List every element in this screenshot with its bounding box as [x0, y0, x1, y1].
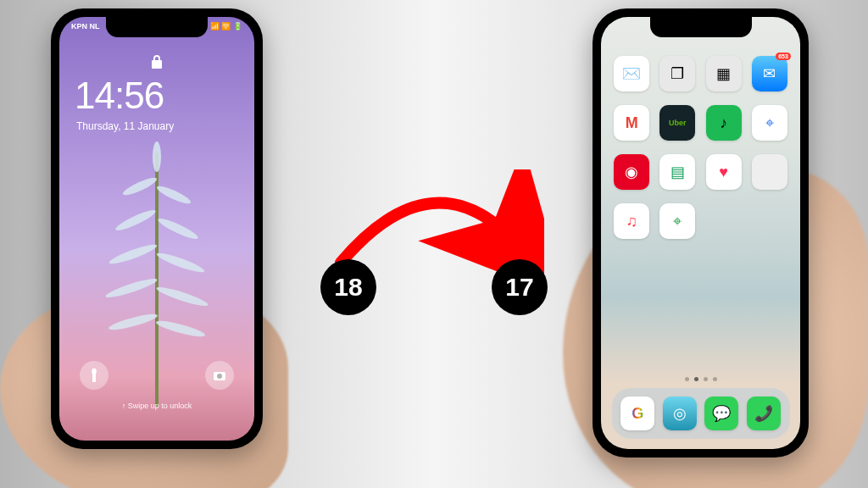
lockscreen: KPN NL 📶 🛜 🔋 14:56 Thursday, 11 January [59, 17, 254, 441]
version-from-badge: 18 [320, 259, 376, 315]
lock-icon [151, 54, 163, 73]
page-dot [685, 377, 689, 381]
svg-point-0 [121, 175, 159, 198]
svg-point-2 [114, 207, 157, 233]
svg-point-6 [104, 275, 159, 300]
status-icons: 📶 🛜 🔋 [210, 22, 242, 30]
page-dot-active [694, 377, 698, 381]
page-dots [685, 377, 717, 381]
app-maps[interactable]: ⌖ [752, 105, 787, 141]
app-spotify[interactable]: ♪ [706, 105, 742, 141]
notch [650, 17, 752, 37]
app-music[interactable]: ♫ [614, 203, 649, 239]
app-mail[interactable]: ✉️ [614, 56, 649, 92]
svg-point-12 [217, 374, 222, 379]
app-pinterest[interactable]: ◉ [614, 154, 649, 190]
carrier-label: KPN NL [71, 22, 100, 30]
svg-point-4 [108, 241, 159, 267]
page-dot [713, 377, 717, 381]
app-sheets[interactable]: ▤ [659, 154, 695, 190]
app-uber-eats[interactable]: Uber [659, 105, 695, 141]
version-to-badge: 17 [492, 259, 548, 315]
iphone-lockscreen: KPN NL 📶 🛜 🔋 14:56 Thursday, 11 January [51, 8, 263, 449]
mail-badge: 653 [776, 53, 791, 60]
svg-point-10 [153, 141, 161, 172]
dock-google[interactable]: G [620, 396, 654, 430]
app-blank[interactable] [752, 154, 787, 190]
dock-messages[interactable]: 💬 [704, 396, 738, 430]
app-google-maps[interactable]: ⌖ [659, 203, 695, 239]
camera-button[interactable] [205, 361, 234, 390]
svg-point-9 [155, 318, 207, 339]
app-folder[interactable]: ▦ [706, 56, 742, 92]
svg-point-3 [156, 215, 199, 241]
app-mail-2[interactable]: ✉653 [752, 56, 787, 92]
svg-point-5 [155, 250, 206, 275]
flashlight-button[interactable] [80, 361, 108, 390]
version-from-label: 18 [334, 273, 362, 302]
wallpaper-plant [97, 136, 216, 407]
notch [106, 17, 208, 37]
dock-safari[interactable]: ◎ [663, 396, 697, 430]
iphone-homescreen: ✉️ ❐ ▦ ✉653 M Uber ♪ ⌖ ◉ ▤ ♥ ♫ ⌖ G ◎ 💬 📞 [593, 8, 809, 458]
dock-phone[interactable]: 📞 [747, 396, 781, 430]
app-grid: ✉️ ❐ ▦ ✉653 M Uber ♪ ⌖ ◉ ▤ ♥ ♫ ⌖ [613, 56, 788, 239]
downgrade-graphic: 18 17 [290, 178, 578, 330]
svg-point-7 [155, 284, 209, 308]
homescreen: ✉️ ❐ ▦ ✉653 M Uber ♪ ⌖ ◉ ▤ ♥ ♫ ⌖ G ◎ 💬 📞 [601, 17, 800, 449]
lockscreen-date: Thursday, 11 January [76, 120, 174, 132]
swipe-hint: ↑ Swipe up to unlock [122, 402, 192, 410]
app-photos[interactable]: ❐ [659, 56, 695, 92]
svg-point-1 [155, 183, 192, 207]
app-gmail[interactable]: M [614, 105, 649, 141]
page-dot [704, 377, 708, 381]
version-to-label: 17 [505, 273, 533, 302]
dock: G ◎ 💬 📞 [612, 388, 790, 439]
lockscreen-time: 14:56 [75, 75, 164, 117]
app-health[interactable]: ♥ [706, 154, 742, 190]
svg-point-8 [108, 311, 159, 332]
